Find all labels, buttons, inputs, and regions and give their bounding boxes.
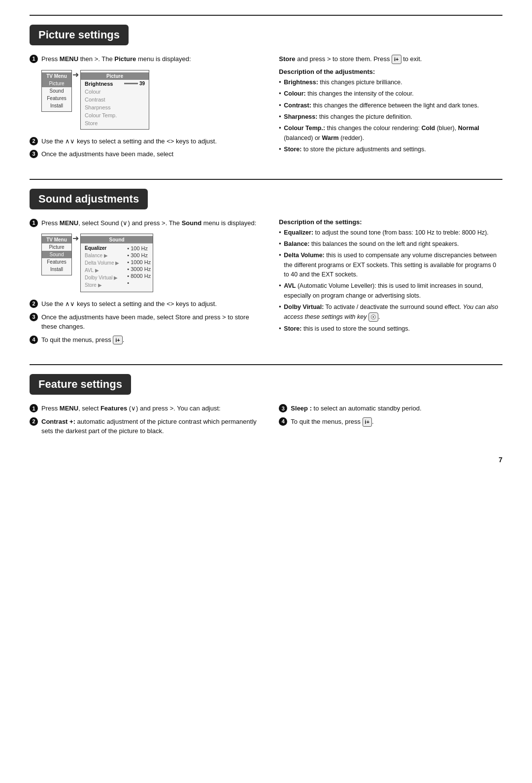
picture-contrast-row: Contrast bbox=[81, 96, 149, 103]
picture-brightness-row: Brightness 39 bbox=[81, 80, 149, 88]
picture-steps-2-3: 2 Use the ∧∨ keys to select a setting an… bbox=[30, 136, 264, 159]
hz-300: • 300 Hz bbox=[127, 252, 148, 258]
feature-divider bbox=[30, 364, 502, 365]
sound-heading: Sound adjustments bbox=[30, 189, 148, 209]
sound-desc-balance: Balance: this balances the sound on the … bbox=[279, 239, 502, 249]
picture-step3: 3 Once the adjustments have been made, s… bbox=[30, 149, 264, 159]
picture-sharpness-row: Sharpness bbox=[81, 103, 149, 111]
feature-step3: 3 Sleep : to select an automatic standby… bbox=[279, 404, 502, 413]
picture-right-col: Store and press > to store them. Press i… bbox=[279, 54, 502, 164]
sound-step4-num: 4 bbox=[30, 336, 38, 344]
feature-steps-3-4: 3 Sleep : to select an automatic standby… bbox=[279, 404, 502, 426]
hz-100: • 100 Hz bbox=[127, 245, 148, 251]
picture-desc-heading: Description of the adjustments: bbox=[279, 68, 502, 75]
picture-step3-cont: Store and press > to store them. Press i… bbox=[279, 54, 502, 64]
sound-divider bbox=[30, 179, 502, 180]
sound-steps-2-4: 2 Use the ∧∨ keys to select a setting an… bbox=[30, 299, 264, 344]
feature-step3-text: Sleep : to select an automatic standby p… bbox=[291, 404, 421, 413]
picture-step2-text: Use the ∧∨ keys to select a setting and … bbox=[41, 136, 217, 146]
picture-right-title: Picture bbox=[81, 72, 149, 80]
feature-step1: 1 Press MENU, select Features (∨) and pr… bbox=[30, 404, 264, 413]
picture-desc-sharpness: Sharpness: this changes the picture defi… bbox=[279, 112, 502, 122]
dolby-key-icon: ☉ bbox=[368, 312, 378, 322]
sound-menu-sound: Sound bbox=[42, 251, 71, 258]
picture-step1: 1 Press MENU then >. The Picture menu is… bbox=[30, 54, 264, 64]
sound-step2-text: Use the ∧∨ keys to select a setting and … bbox=[41, 299, 217, 309]
sound-step1-num: 1 bbox=[30, 219, 38, 227]
feature-step4: 4 To quit the menus, press i+. bbox=[279, 417, 502, 427]
sound-right-title: Sound bbox=[81, 236, 153, 243]
picture-menu-left: TV Menu Picture Sound Features Install bbox=[41, 70, 72, 112]
feature-step3-num: 3 bbox=[279, 404, 287, 412]
i-plus-icon-3: i+ bbox=[363, 417, 372, 427]
feature-left-col: 1 Press MENU, select Features (∨) and pr… bbox=[30, 404, 264, 441]
sound-right-col: Description of the settings: Equalizer: … bbox=[279, 218, 502, 350]
menu-item-install: Install bbox=[42, 102, 71, 109]
sound-step2: 2 Use the ∧∨ keys to select a setting an… bbox=[30, 299, 264, 309]
picture-desc-colourtemp: Colour Temp.: this changes the colour re… bbox=[279, 124, 502, 143]
step3-num: 3 bbox=[30, 150, 38, 158]
picture-left-col: 1 Press MENU then >. The Picture menu is… bbox=[30, 54, 264, 164]
picture-colour-row: Colour bbox=[81, 88, 149, 96]
picture-desc-list: Brightness: this changes picture brillia… bbox=[279, 78, 502, 155]
feature-step2-num: 2 bbox=[30, 417, 38, 426]
picture-settings-section: Picture settings 1 Press MENU then >. Th… bbox=[30, 15, 502, 164]
sound-desc-store: Store: this is used to store the sound s… bbox=[279, 324, 502, 334]
menu-item-features: Features bbox=[42, 95, 71, 102]
feature-step2-text: Contrast +: automatic adjustment of the … bbox=[41, 417, 264, 436]
picture-store-row: Store bbox=[81, 119, 149, 127]
sound-menu-right: Sound Equalizer Balance ▶ Delta Volume ▶… bbox=[80, 234, 153, 292]
sound-step4: 4 To quit the menus, press i+. bbox=[30, 335, 264, 345]
hz-8000: • 8000 Hz bbox=[127, 273, 151, 279]
sound-step1: 1 Press MENU, select Sound (∨) and press… bbox=[30, 218, 264, 228]
top-divider bbox=[30, 15, 502, 16]
feature-step2: 2 Contrast +: automatic adjustment of th… bbox=[30, 417, 264, 436]
sound-labels: Equalizer Balance ▶ Delta Volume ▶ AVL ▶… bbox=[81, 243, 123, 290]
sound-step1-text: Press MENU, select Sound (∨) and press >… bbox=[41, 218, 256, 228]
menu-item-picture: Picture bbox=[42, 80, 71, 87]
sound-hz-values: • 100 Hz • 300 Hz • 1000 Hz • 3000 Hz • … bbox=[123, 243, 153, 288]
sound-store-label: Store ▶ bbox=[83, 281, 121, 289]
picture-settings-heading: Picture settings bbox=[30, 25, 129, 45]
sound-step1-item: 1 Press MENU, select Sound (∨) and press… bbox=[30, 218, 264, 228]
picture-desc-brightness: Brightness: this changes picture brillia… bbox=[279, 78, 502, 87]
sound-step3-num: 3 bbox=[30, 313, 38, 321]
sound-eq-label: Equalizer bbox=[83, 244, 121, 252]
sound-avl-label: AVL ▶ bbox=[83, 267, 121, 274]
picture-step1-text: Press MENU then >. The Picture menu is d… bbox=[41, 54, 191, 64]
picture-desc-store: Store: to store the picture adjustments … bbox=[279, 145, 502, 154]
sound-step3-text: Once the adjustments have been made, sel… bbox=[41, 312, 264, 332]
sound-deltavol-label: Delta Volume ▶ bbox=[83, 259, 121, 267]
tv-menu-title: TV Menu bbox=[42, 72, 71, 80]
sound-equalizer-group: Equalizer Balance ▶ Delta Volume ▶ AVL ▶… bbox=[81, 243, 153, 290]
sound-dolby-label: Dolby Virtual ▶ bbox=[83, 274, 121, 281]
picture-desc-colour: Colour: this changes the intensity of th… bbox=[279, 89, 502, 99]
feature-step1-num: 1 bbox=[30, 404, 38, 412]
picture-step2: 2 Use the ∧∨ keys to select a setting an… bbox=[30, 136, 264, 146]
sound-step4-text: To quit the menus, press i+. bbox=[41, 335, 124, 345]
hz-empty: • bbox=[127, 280, 129, 286]
sound-menu-install: Install bbox=[42, 266, 71, 273]
picture-step3-text: Once the adjustments have been made, sel… bbox=[41, 149, 173, 159]
picture-colourtemp-row: Colour Temp. bbox=[81, 111, 149, 119]
sound-adjustments-section: Sound adjustments 1 Press MENU, select S… bbox=[30, 179, 502, 350]
sound-menu-left: TV Menu Picture Sound Features Install bbox=[41, 234, 72, 275]
i-plus-icon: i+ bbox=[392, 55, 401, 64]
sound-desc-list: Equalizer: to adjust the sound tone (fro… bbox=[279, 228, 502, 334]
sound-step3: 3 Once the adjustments have been made, s… bbox=[30, 312, 264, 332]
feature-right-col: 3 Sleep : to select an automatic standby… bbox=[279, 404, 502, 441]
sound-balance-label: Balance ▶ bbox=[83, 252, 121, 259]
i-plus-icon-2: i+ bbox=[113, 336, 122, 345]
sound-desc-dolby: Dolby Virtual: To activate / deactivate … bbox=[279, 303, 502, 322]
picture-menu-diagram: TV Menu Picture Sound Features Install ➜… bbox=[41, 70, 264, 130]
feature-heading: Feature settings bbox=[30, 374, 131, 395]
sound-desc-heading: Description of the settings: bbox=[279, 218, 502, 226]
sound-desc-avl: AVL (Automatic Volume Leveller): this is… bbox=[279, 281, 502, 301]
feature-step4-text: To quit the menus, press i+. bbox=[291, 417, 373, 427]
sound-tv-menu-title: TV Menu bbox=[42, 236, 71, 243]
sound-menu-features: Features bbox=[42, 258, 71, 266]
picture-settings-content: 1 Press MENU then >. The Picture menu is… bbox=[30, 54, 502, 164]
feature-settings-section: Feature settings 1 Press MENU, select Fe… bbox=[30, 364, 502, 441]
picture-menu-right: Picture Brightness 39 Colour Contrast Sh… bbox=[80, 70, 149, 130]
hz-3000: • 3000 Hz bbox=[127, 266, 151, 272]
